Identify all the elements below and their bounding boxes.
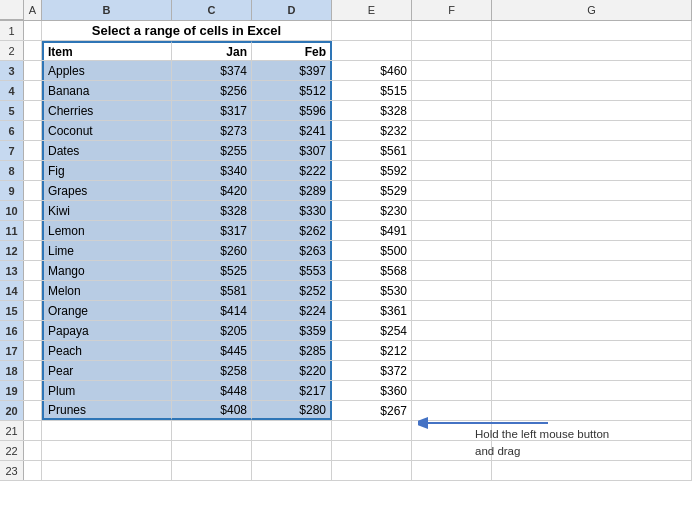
row-15: 15Orange$414$224$361 [0, 301, 692, 321]
row-6: 6Coconut$273$241$232 [0, 121, 692, 141]
cell-b12: Lime [42, 241, 172, 260]
cell-a6 [24, 121, 42, 140]
cell-e18: $372 [332, 361, 412, 380]
col-header-d: D [252, 0, 332, 20]
cell-extra-2 [492, 41, 692, 60]
cell-d20: $280 [252, 401, 332, 420]
row-2: 2 Item Jan Feb [0, 41, 692, 61]
cell-a5 [24, 101, 42, 120]
cell-extra-14 [492, 281, 692, 300]
row-num-11: 11 [0, 221, 24, 240]
cell-a18 [24, 361, 42, 380]
cell-b3: Apples [42, 61, 172, 80]
cell-extra-4 [492, 81, 692, 100]
cell-b5: Cherries [42, 101, 172, 120]
row-23: 23 [0, 461, 692, 481]
row-12: 12Lime$260$263$500 [0, 241, 692, 261]
cell-e4: $515 [332, 81, 412, 100]
cell-a15 [24, 301, 42, 320]
cell-a4 [24, 81, 42, 100]
row-num-20: 20 [0, 401, 24, 420]
cell-a16 [24, 321, 42, 340]
cell-e2 [332, 41, 412, 60]
cell-f8 [412, 161, 492, 180]
cell-d10: $330 [252, 201, 332, 220]
cell-extra-6 [492, 121, 692, 140]
cell-a11 [24, 221, 42, 240]
cell-f1 [412, 21, 492, 40]
row-num-17: 17 [0, 341, 24, 360]
cell-extra-23 [492, 461, 692, 480]
cell-e20: $267 [332, 401, 412, 420]
column-headers: A B C D E F G [0, 0, 692, 21]
cell-a10 [24, 201, 42, 220]
row-num-23: 23 [0, 461, 24, 480]
row-num-19: 19 [0, 381, 24, 400]
cell-f3 [412, 61, 492, 80]
cell-c3: $374 [172, 61, 252, 80]
cell-f14 [412, 281, 492, 300]
cell-c14: $581 [172, 281, 252, 300]
cell-c16: $205 [172, 321, 252, 340]
cell-c12: $260 [172, 241, 252, 260]
cell-f19 [412, 381, 492, 400]
cell-b14: Melon [42, 281, 172, 300]
cell-c5: $317 [172, 101, 252, 120]
row-10: 10Kiwi$328$330$230 [0, 201, 692, 221]
cell-c20: $408 [172, 401, 252, 420]
cell-title: Select a range of cells in Excel [42, 21, 332, 40]
cell-d9: $289 [252, 181, 332, 200]
cell-a19 [24, 381, 42, 400]
cell-f7 [412, 141, 492, 160]
row-num-1: 1 [0, 21, 24, 40]
cell-f2 [412, 41, 492, 60]
col-header-a: A [24, 0, 42, 20]
col-header-g: G [492, 0, 692, 20]
cell-f6 [412, 121, 492, 140]
cell-d22 [252, 441, 332, 460]
row-3: 3Apples$374$397$460 [0, 61, 692, 81]
row-14: 14Melon$581$252$530 [0, 281, 692, 301]
cell-c11: $317 [172, 221, 252, 240]
cell-a23 [24, 461, 42, 480]
cell-extra-16 [492, 321, 692, 340]
cell-c4: $256 [172, 81, 252, 100]
cell-b23 [42, 461, 172, 480]
cell-b15: Orange [42, 301, 172, 320]
row-num-21: 21 [0, 421, 24, 440]
cell-a2 [24, 41, 42, 60]
cell-f4 [412, 81, 492, 100]
cell-d17: $285 [252, 341, 332, 360]
cell-c9: $420 [172, 181, 252, 200]
cell-e10: $230 [332, 201, 412, 220]
row-8: 8Fig$340$222$592 [0, 161, 692, 181]
cell-b6: Coconut [42, 121, 172, 140]
cell-a1 [24, 21, 42, 40]
cell-c21 [172, 421, 252, 440]
cell-e19: $360 [332, 381, 412, 400]
cell-f11 [412, 221, 492, 240]
cell-e15: $361 [332, 301, 412, 320]
cell-c15: $414 [172, 301, 252, 320]
cell-e17: $212 [332, 341, 412, 360]
cell-e7: $561 [332, 141, 412, 160]
row-11: 11Lemon$317$262$491 [0, 221, 692, 241]
cell-e16: $254 [332, 321, 412, 340]
cell-f18 [412, 361, 492, 380]
cell-b2-header: Item [42, 41, 172, 60]
cell-a7 [24, 141, 42, 160]
cell-extra-9 [492, 181, 692, 200]
cell-d19: $217 [252, 381, 332, 400]
row-17: 17Peach$445$285$212 [0, 341, 692, 361]
cell-c8: $340 [172, 161, 252, 180]
col-header-c: C [172, 0, 252, 20]
row-num-13: 13 [0, 261, 24, 280]
cell-a13 [24, 261, 42, 280]
cell-b10: Kiwi [42, 201, 172, 220]
cell-f12 [412, 241, 492, 260]
cell-b19: Plum [42, 381, 172, 400]
cell-d5: $596 [252, 101, 332, 120]
cell-e6: $232 [332, 121, 412, 140]
cell-a12 [24, 241, 42, 260]
cell-c18: $258 [172, 361, 252, 380]
